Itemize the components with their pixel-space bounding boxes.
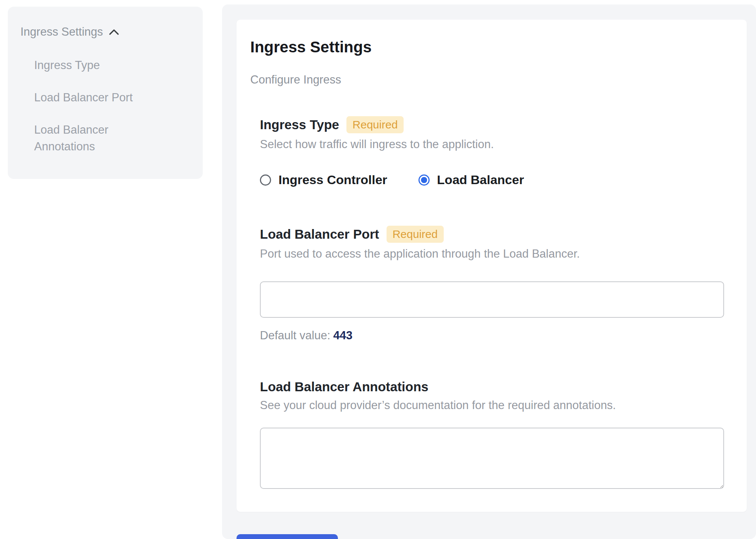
settings-nav: Ingress Settings Ingress Type Load Balan… — [8, 7, 203, 179]
required-badge: Required — [387, 226, 444, 243]
page: Ingress Settings Ingress Type Load Balan… — [0, 0, 756, 539]
section-description: Select how traffic will ingress to the a… — [260, 138, 724, 151]
chevron-up-icon — [109, 29, 119, 35]
ingress-settings-card: Ingress Settings Configure Ingress Ingre… — [237, 20, 747, 512]
main-area: Ingress Settings Configure Ingress Ingre… — [222, 4, 756, 539]
required-badge: Required — [346, 116, 404, 133]
nav-item-load-balancer-annotations[interactable]: Load Balancer Annotations — [34, 122, 157, 155]
section-ingress-type: Ingress Type Required Select how traffic… — [260, 116, 724, 187]
section-title-load-balancer-annotations: Load Balancer Annotations — [260, 379, 428, 394]
section-description: Port used to access the application thro… — [260, 247, 724, 261]
section-header: Ingress Type Required — [260, 116, 724, 133]
ingress-type-radio-group: Ingress Controller Load Balancer — [260, 173, 724, 187]
radio-option-ingress-controller[interactable]: Ingress Controller — [260, 173, 387, 187]
default-value-label: Default value: — [260, 329, 330, 342]
radio-label: Load Balancer — [437, 173, 524, 187]
nav-items: Ingress Type Load Balancer Port Load Bal… — [20, 57, 190, 155]
section-load-balancer-port: Load Balancer Port Required Port used to… — [260, 226, 724, 342]
nav-item-ingress-type[interactable]: Ingress Type — [34, 57, 157, 74]
load-balancer-port-input[interactable] — [260, 281, 724, 318]
page-subtitle: Configure Ingress — [250, 73, 724, 86]
section-title-ingress-type: Ingress Type — [260, 117, 339, 132]
radio-icon[interactable] — [418, 174, 430, 186]
nav-group-ingress-settings[interactable]: Ingress Settings — [20, 25, 190, 39]
radio-label: Ingress Controller — [278, 173, 387, 187]
radio-option-load-balancer[interactable]: Load Balancer — [418, 173, 524, 187]
nav-item-load-balancer-port[interactable]: Load Balancer Port — [34, 89, 157, 106]
section-load-balancer-annotations: Load Balancer Annotations See your cloud… — [260, 379, 724, 489]
section-header: Load Balancer Annotations — [260, 379, 724, 394]
radio-icon[interactable] — [260, 174, 271, 186]
section-title-load-balancer-port: Load Balancer Port — [260, 227, 379, 242]
section-description: See your cloud provider’s documentation … — [260, 399, 724, 412]
save-config-button[interactable]: Save config — [237, 534, 338, 539]
section-header: Load Balancer Port Required — [260, 226, 724, 243]
load-balancer-annotations-textarea[interactable] — [260, 428, 724, 489]
default-value-line: Default value:443 — [260, 329, 724, 342]
nav-group-label: Ingress Settings — [20, 25, 103, 39]
default-value: 443 — [333, 329, 353, 342]
page-title: Ingress Settings — [250, 38, 724, 56]
